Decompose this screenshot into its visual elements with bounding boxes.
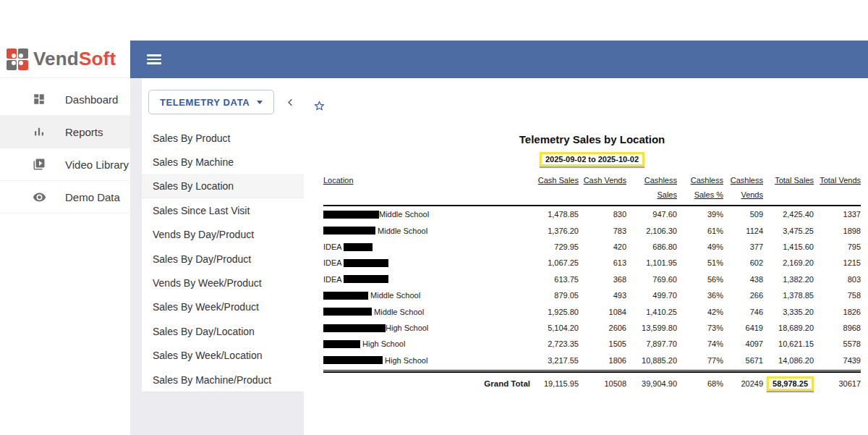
col-header-cash-vends[interactable]: Cash Vends [579,173,626,187]
cash-vends-cell: 493 [579,291,626,300]
total-vends-cell: 1215 [814,258,861,267]
logo-text-vend: Vend [33,48,79,69]
cashless-vends-cell: 266 [723,291,763,300]
table-row: IDEA 729.95 420 686.80 49% 377 1,415.60 … [323,239,861,255]
table-row: High School 2,723.35 1505 7,897.70 74% 4… [323,336,861,352]
report-list-item[interactable]: Sales By Day/Product [142,247,304,271]
vendsoft-logo[interactable]: VendSoft [0,41,130,78]
location-cell: Middle School [323,291,533,300]
date-range-highlight: 2025-09-02 to 2025-10-02 [540,152,644,166]
report-list-item[interactable]: Vends By Day/Product [142,223,304,247]
location-cell: Middle School [323,308,533,316]
total-sales-cell: 3,475.25 [763,227,814,235]
reports-panel-header: TELEMETRY DATA [142,78,304,126]
cash-vends-cell: 420 [579,242,626,251]
total-vends-cell: 795 [814,242,861,251]
cash-sales-cell: 5,104.20 [533,324,579,332]
cash-sales-cell: 1,067.25 [533,258,579,267]
grand-total-total-vends: 30617 [814,379,861,388]
total-vends-cell: 8968 [814,324,861,332]
table-body: Middle School 1,478.85 830 947.60 39% 50… [323,206,861,368]
location-suffix: Middle School [368,291,420,300]
top-appbar [130,41,868,78]
report-list-item[interactable]: Sales Since Last Visit [142,198,304,222]
grand-total-label: Grand Total [323,379,533,388]
table-row: Middle School 1,376.20 783 2,106.30 61% … [323,222,861,238]
cash-sales-cell: 3,217.55 [533,356,579,365]
location-cell: IDEA [323,258,533,267]
report-list-item[interactable]: Sales By Week/Product [142,295,304,319]
report-list-item[interactable]: Sales By Week/Location [142,344,304,368]
table-row: High School 3,217.55 1806 10,885.20 77% … [323,352,861,368]
cashless-sales-pct-cell: 49% [677,242,723,251]
top-whitespace [0,0,868,41]
total-sales-cell: 2,425.40 [763,210,814,219]
report-list-item[interactable]: Sales By Machine/Product [142,368,304,392]
telemetry-data-dropdown[interactable]: TELEMETRY DATA [148,90,274,114]
grand-total-cash-vends: 10508 [579,379,626,388]
sidebar-item-demo-data[interactable]: Demo Data [0,181,130,214]
sidebar-item-video-library[interactable]: Video Library [0,148,130,181]
col-header-cashless-sales-pct[interactable]: Cashless Sales % [677,173,723,202]
cash-vends-cell: 2606 [579,324,626,332]
col-header-cash-sales[interactable]: Cash Sales [533,173,579,187]
location-cell: Middle School [323,210,533,219]
cashless-sales-pct-cell: 51% [677,258,723,267]
total-sales-cell: 1,378.85 [763,291,814,300]
cashless-vends-cell: 1124 [723,227,763,235]
total-sales-cell: 18,689.20 [763,324,814,332]
report-title: Telemetry Sales by Location [323,133,861,145]
bar-chart-icon [32,124,46,139]
report-list-item[interactable]: Vends By Week/Product [142,271,304,295]
cashless-vends-cell: 509 [723,210,763,219]
main-sidebar: Dashboard Reports Video Library Demo Dat… [0,78,130,435]
report-list-item[interactable]: Sales By Day/Location [142,319,304,343]
eye-icon [32,190,46,204]
col-header-total-sales[interactable]: Total Sales [763,173,814,187]
caret-down-icon [257,101,263,104]
redaction-bar [323,356,383,364]
report-list-item-selected[interactable]: Sales By Location [142,174,304,198]
location-suffix: Middle School [379,210,429,219]
sidebar-item-dashboard[interactable]: Dashboard [0,83,130,116]
total-vends-cell: 803 [814,275,861,284]
sidebar-item-label: Demo Data [65,191,120,203]
table-row: IDEA 613.75 368 769.60 56% 438 1,382.20 … [323,271,861,287]
cashless-sales-cell: 7,897.70 [626,339,677,348]
report-list-item[interactable]: Sales By Machine [142,150,304,174]
report-list-item[interactable]: Sales By Product [142,126,304,150]
location-cell: High School [323,356,533,365]
total-sales-cell: 14,086.20 [763,356,814,365]
vendsoft-logo-icon [7,48,28,70]
chevron-left-icon[interactable] [283,94,298,111]
cashless-sales-cell: 947.60 [626,210,677,219]
report-type-list: Sales By Product Sales By Machine Sales … [142,126,304,392]
total-sales-cell: 1,415.60 [763,242,814,251]
header: VendSoft [0,41,868,78]
total-sales-cell: 10,621.15 [763,339,814,348]
cashless-sales-cell: 10,885.20 [626,356,677,365]
cash-vends-cell: 830 [579,210,626,219]
location-suffix: High School [383,356,427,365]
table-row: IDEA 1,067.25 613 1,101.95 51% 602 2,169… [323,255,861,271]
grand-total-cash-sales: 19,115.95 [533,379,579,388]
sidebar-item-reports[interactable]: Reports [0,116,130,148]
total-vends-cell: 1826 [814,308,861,316]
cashless-sales-cell: 769.60 [626,275,677,284]
redaction-bar [323,340,360,348]
cash-vends-cell: 1806 [579,356,626,365]
col-header-total-vends[interactable]: Total Vends [814,173,861,187]
location-suffix: High School [386,324,428,332]
col-header-cashless-vends[interactable]: Cashless Vends [723,173,763,202]
cashless-sales-pct-cell: 61% [677,227,723,235]
total-vends-cell: 7439 [814,356,861,365]
video-library-icon [32,157,46,172]
favorite-star-icon[interactable] [313,100,326,115]
table-header-row: Location Cash Sales Cash Vends Cashless … [323,173,861,205]
cashless-sales-cell: 1,101.95 [626,258,677,267]
col-header-location[interactable]: Location [323,173,533,187]
cash-sales-cell: 879.05 [533,291,579,300]
report: Telemetry Sales by Location 2025-09-02 t… [304,78,868,394]
menu-icon[interactable] [147,54,161,64]
col-header-cashless-sales[interactable]: Cashless Sales [626,173,677,202]
